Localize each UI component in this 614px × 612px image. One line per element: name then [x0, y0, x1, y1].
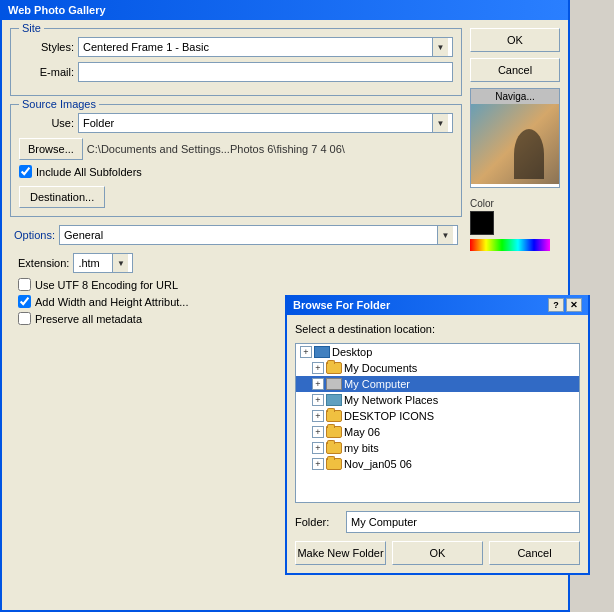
- utf8-checkbox[interactable]: [18, 278, 31, 291]
- tree-item-nov[interactable]: + Nov_jan05 06: [296, 456, 579, 472]
- mydocs-icon: [326, 362, 342, 374]
- expand-desktop-icons[interactable]: +: [312, 410, 324, 422]
- email-row: E-mail:: [19, 62, 453, 82]
- options-section: Options: General ▼: [10, 225, 462, 245]
- expand-desktop[interactable]: +: [300, 346, 312, 358]
- dialog-buttons: Make New Folder OK Cancel: [295, 541, 580, 565]
- tree-item-network-label: My Network Places: [344, 394, 438, 406]
- subfolders-row: Include All Subfolders: [19, 165, 453, 178]
- metadata-label: Preserve all metadata: [35, 313, 142, 325]
- make-new-folder-button[interactable]: Make New Folder: [295, 541, 386, 565]
- styles-label: Styles:: [19, 41, 74, 53]
- source-images-label: Source Images: [19, 98, 99, 110]
- browse-path: C:\Documents and Settings...Photos 6\fis…: [87, 143, 345, 155]
- color-section: Color: [470, 198, 560, 251]
- tree-item-may06[interactable]: + May 06: [296, 424, 579, 440]
- browse-button[interactable]: Browse...: [19, 138, 83, 160]
- styles-row: Styles: Centered Frame 1 - Basic ▼: [19, 37, 453, 57]
- expand-nov[interactable]: +: [312, 458, 324, 470]
- subfolders-label: Include All Subfolders: [36, 166, 142, 178]
- extension-dropdown-arrow[interactable]: ▼: [112, 254, 128, 272]
- browse-dialog-body: Select a destination location: + Desktop…: [287, 315, 588, 573]
- email-label: E-mail:: [19, 66, 74, 78]
- main-title-bar: Web Photo Gallery: [2, 0, 568, 20]
- options-label: Options:: [14, 229, 55, 241]
- desktop-icons-folder: [326, 410, 342, 422]
- tree-item-desktop[interactable]: + Desktop: [296, 344, 579, 360]
- extension-dropdown[interactable]: .htm ▼: [73, 253, 133, 273]
- options-dropdown-arrow[interactable]: ▼: [437, 226, 453, 244]
- options-dropdown[interactable]: General ▼: [59, 225, 458, 245]
- expand-mydocs[interactable]: +: [312, 362, 324, 374]
- preview-header: Naviga...: [471, 89, 559, 104]
- tree-item-mydocs[interactable]: + My Documents: [296, 360, 579, 376]
- expand-network[interactable]: +: [312, 394, 324, 406]
- main-title: Web Photo Gallery: [8, 4, 106, 16]
- folder-input[interactable]: [346, 511, 580, 533]
- tree-item-desktop-label: Desktop: [332, 346, 372, 358]
- preview-box: Naviga...: [470, 88, 560, 188]
- folder-tree[interactable]: + Desktop + My Documents + My Computer +…: [295, 343, 580, 503]
- may06-folder: [326, 426, 342, 438]
- browse-dialog-title: Browse For Folder ? ✕: [287, 295, 588, 315]
- color-label: Color: [470, 198, 560, 209]
- use-dropdown-arrow[interactable]: ▼: [432, 114, 448, 132]
- subfolders-checkbox[interactable]: [19, 165, 32, 178]
- tree-item-desktop-icons-label: DESKTOP ICONS: [344, 410, 434, 422]
- extension-value: .htm: [78, 257, 112, 269]
- options-value: General: [64, 229, 437, 241]
- mybits-folder: [326, 442, 342, 454]
- dialog-title-buttons: ? ✕: [548, 298, 582, 312]
- preview-image: [471, 104, 559, 184]
- left-panel: Site Styles: Centered Frame 1 - Basic ▼ …: [10, 28, 462, 329]
- source-images-group: Source Images Use: Folder ▼ Browse... C:…: [10, 104, 462, 217]
- browse-ok-button[interactable]: OK: [392, 541, 483, 565]
- nov-folder: [326, 458, 342, 470]
- main-ok-button[interactable]: OK: [470, 28, 560, 52]
- styles-dropdown[interactable]: Centered Frame 1 - Basic ▼: [78, 37, 453, 57]
- styles-dropdown-arrow[interactable]: ▼: [432, 38, 448, 56]
- use-row: Use: Folder ▼: [19, 113, 453, 133]
- expand-mybits[interactable]: +: [312, 442, 324, 454]
- tree-item-desktop-icons[interactable]: + DESKTOP ICONS: [296, 408, 579, 424]
- desktop-icon: [314, 346, 330, 358]
- tree-item-mydocs-label: My Documents: [344, 362, 417, 374]
- extension-label: Extension:: [18, 257, 69, 269]
- widthheight-checkbox[interactable]: [18, 295, 31, 308]
- use-label: Use:: [19, 117, 74, 129]
- use-value: Folder: [83, 117, 432, 129]
- extension-row: Extension: .htm ▼: [18, 253, 462, 273]
- tree-item-mycomputer-label: My Computer: [344, 378, 410, 390]
- tree-item-may06-label: May 06: [344, 426, 380, 438]
- utf8-row: Use UTF 8 Encoding for URL: [18, 278, 462, 291]
- widthheight-label: Add Width and Height Attribut...: [35, 296, 188, 308]
- gradient-bar: [470, 239, 550, 251]
- dialog-instruction: Select a destination location:: [295, 323, 580, 335]
- email-input[interactable]: [78, 62, 453, 82]
- expand-may06[interactable]: +: [312, 426, 324, 438]
- metadata-checkbox[interactable]: [18, 312, 31, 325]
- site-group: Site Styles: Centered Frame 1 - Basic ▼ …: [10, 28, 462, 96]
- close-button[interactable]: ✕: [566, 298, 582, 312]
- browse-dialog-title-text: Browse For Folder: [293, 299, 390, 311]
- destination-button[interactable]: Destination...: [19, 186, 105, 208]
- folder-field-row: Folder:: [295, 511, 580, 533]
- tree-item-nov-label: Nov_jan05 06: [344, 458, 412, 470]
- color-swatch[interactable]: [470, 211, 494, 235]
- tree-item-mybits[interactable]: + my bits: [296, 440, 579, 456]
- network-icon: [326, 394, 342, 406]
- browse-cancel-button[interactable]: Cancel: [489, 541, 580, 565]
- help-button[interactable]: ?: [548, 298, 564, 312]
- destination-row: Destination...: [19, 182, 453, 208]
- site-group-label: Site: [19, 22, 44, 34]
- utf8-label: Use UTF 8 Encoding for URL: [35, 279, 178, 291]
- tree-item-network[interactable]: + My Network Places: [296, 392, 579, 408]
- tree-item-mybits-label: my bits: [344, 442, 379, 454]
- browse-dialog: Browse For Folder ? ✕ Select a destinati…: [285, 295, 590, 575]
- browse-row: Browse... C:\Documents and Settings...Ph…: [19, 138, 453, 160]
- main-cancel-button[interactable]: Cancel: [470, 58, 560, 82]
- expand-mycomputer[interactable]: +: [312, 378, 324, 390]
- tree-item-mycomputer[interactable]: + My Computer: [296, 376, 579, 392]
- use-dropdown[interactable]: Folder ▼: [78, 113, 453, 133]
- folder-label: Folder:: [295, 516, 340, 528]
